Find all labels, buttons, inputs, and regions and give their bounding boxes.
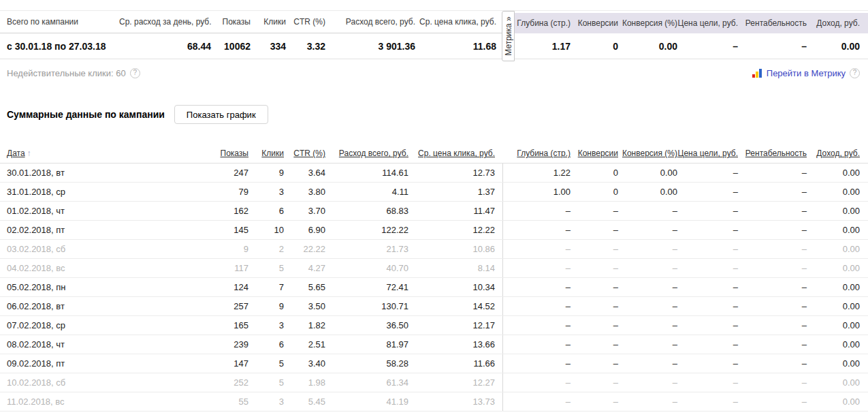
table-cell: 0.00 xyxy=(618,182,677,201)
table-cell: 5.45 xyxy=(284,392,325,411)
date-cell: 08.02.2018, чт xyxy=(0,335,214,354)
table-cell: – xyxy=(738,277,807,296)
section-divider xyxy=(495,392,502,411)
column-header-sort-link[interactable]: Конверсия (%) xyxy=(622,149,677,158)
summary-direct-section: Всего по кампанииСр. расход за день, руб… xyxy=(0,11,502,59)
table-cell: 10.86 xyxy=(408,239,495,258)
table-cell: – xyxy=(677,335,738,354)
table-cell: – xyxy=(502,335,570,354)
table-cell: 14.52 xyxy=(408,296,495,315)
column-header-sort-link[interactable]: Показы xyxy=(221,149,248,158)
table-cell: – xyxy=(618,392,677,411)
metrika-column-label: Доход, руб. xyxy=(807,18,860,28)
column-header-sort-link[interactable]: Ср. цена клика, руб. xyxy=(418,149,495,158)
date-cell: 07.02.2018, ср xyxy=(0,315,214,335)
table-cell: 0.00 xyxy=(807,392,868,411)
summary-value: 10062 xyxy=(211,41,251,52)
table-cell: 61.34 xyxy=(325,373,408,392)
table-cell: – xyxy=(570,296,618,315)
table-cell: – xyxy=(502,220,570,239)
table-cell: – xyxy=(677,220,738,239)
column-header-sort-link[interactable]: Глубина (стр.) xyxy=(517,149,570,158)
table-cell: 0 xyxy=(570,163,618,182)
table-cell: – xyxy=(570,335,618,354)
table-cell: – xyxy=(677,373,738,392)
show-chart-button[interactable]: Показать график xyxy=(174,105,268,124)
table-row: 02.02.2018, пт145106.90122.2212.22–––––0… xyxy=(0,220,868,239)
table-cell: 5.65 xyxy=(284,277,325,296)
table-cell: – xyxy=(738,354,807,373)
help-icon[interactable]: ? xyxy=(850,68,860,78)
table-cell: – xyxy=(502,373,570,392)
table-cell: – xyxy=(570,258,618,277)
table-cell: 0.00 xyxy=(807,335,868,354)
summary-value: 334 xyxy=(251,41,286,52)
table-cell: 252 xyxy=(214,373,248,392)
table-cell: 11.66 xyxy=(408,354,495,373)
column-header-sort-link[interactable]: Рентабельность xyxy=(745,149,807,158)
column-header-sort-link[interactable]: Дата xyxy=(7,149,25,158)
section-divider xyxy=(495,296,502,315)
summary-metrika-section: Глубина (стр.)КонверсииКонверсия (%)Цена… xyxy=(515,11,868,59)
metrika-collapse-tab[interactable]: Метрика » xyxy=(502,11,515,61)
column-header-sort-link[interactable]: Конверсии xyxy=(578,149,618,158)
table-cell: 147 xyxy=(214,354,248,373)
table-cell: 11.47 xyxy=(408,201,495,220)
table-cell: – xyxy=(570,392,618,411)
column-header-sort-link[interactable]: CTR (%) xyxy=(293,149,325,158)
table-cell: – xyxy=(738,296,807,315)
table-row: 05.02.2018, пн12475.6572.4110.34–––––0.0… xyxy=(0,277,868,296)
column-header-cell: Глубина (стр.) xyxy=(502,144,570,163)
column-header-sort-link[interactable]: Расход всего, руб. xyxy=(339,149,408,158)
table-cell: – xyxy=(738,258,807,277)
metrika-column-label: Глубина (стр.) xyxy=(515,18,570,28)
column-header-sort-link[interactable]: Клики xyxy=(261,149,284,158)
go-to-metrika-link[interactable]: Перейти в Метрику xyxy=(752,68,846,78)
column-header-sort-link[interactable]: Цена цели, руб. xyxy=(678,149,738,158)
table-cell: 239 xyxy=(214,335,248,354)
column-header-cell: Ср. цена клика, руб. xyxy=(408,144,495,163)
meta-row: Недействительные клики: 60 ? Перейти в М… xyxy=(0,66,868,80)
table-cell: 0.00 xyxy=(807,277,868,296)
section-divider xyxy=(495,182,502,201)
table-cell: – xyxy=(677,182,738,201)
summary-value: с 30.01.18 по 27.03.18 xyxy=(0,41,119,52)
table-cell: – xyxy=(618,373,677,392)
table-cell: – xyxy=(738,163,807,182)
section-divider xyxy=(495,354,502,373)
table-cell: – xyxy=(738,315,807,335)
table-cell: 247 xyxy=(214,163,248,182)
table-cell: – xyxy=(738,220,807,239)
sort-ascending-icon: ↑ xyxy=(27,149,31,158)
table-cell: – xyxy=(677,354,738,373)
column-header-cell: CTR (%) xyxy=(284,144,325,163)
table-cell: 5 xyxy=(248,354,284,373)
table-cell: 13.73 xyxy=(408,392,495,411)
metrika-value: 1.17 xyxy=(515,41,570,52)
table-row: 31.01.2018, ср7933.804.111.371.0000.00––… xyxy=(0,182,868,201)
table-cell: 3 xyxy=(248,182,284,201)
section-title-row: Суммарные данные по кампании Показать гр… xyxy=(0,105,868,124)
table-cell: 5 xyxy=(248,373,284,392)
table-cell: 0.00 xyxy=(807,182,868,201)
table-cell: 79 xyxy=(214,182,248,201)
help-icon[interactable]: ? xyxy=(130,68,140,78)
table-cell: – xyxy=(570,373,618,392)
table-cell: 0.00 xyxy=(807,373,868,392)
date-cell: 30.01.2018, вт xyxy=(0,163,214,182)
table-cell: – xyxy=(738,182,807,201)
column-header-sort-link[interactable]: Доход, руб. xyxy=(816,149,860,158)
table-row: 06.02.2018, вт25793.50130.7114.52–––––0.… xyxy=(0,296,868,315)
table-cell: – xyxy=(502,392,570,411)
table-cell: 3 xyxy=(248,392,284,411)
column-header-cell: Цена цели, руб. xyxy=(677,144,738,163)
table-cell: 130.71 xyxy=(325,296,408,315)
table-cell: 21.73 xyxy=(325,239,408,258)
summary-column-label: Ср. расход за день, руб. xyxy=(119,17,211,27)
metrika-value: 0.00 xyxy=(807,41,860,52)
summary-column-label: Ср. цена клика, руб. xyxy=(415,17,496,27)
table-cell: 0.00 xyxy=(807,201,868,220)
metrika-column-label: Конверсии xyxy=(570,18,618,28)
summary-column-label: Всего по кампании xyxy=(0,17,119,27)
summary-value: 68.44 xyxy=(119,41,211,52)
